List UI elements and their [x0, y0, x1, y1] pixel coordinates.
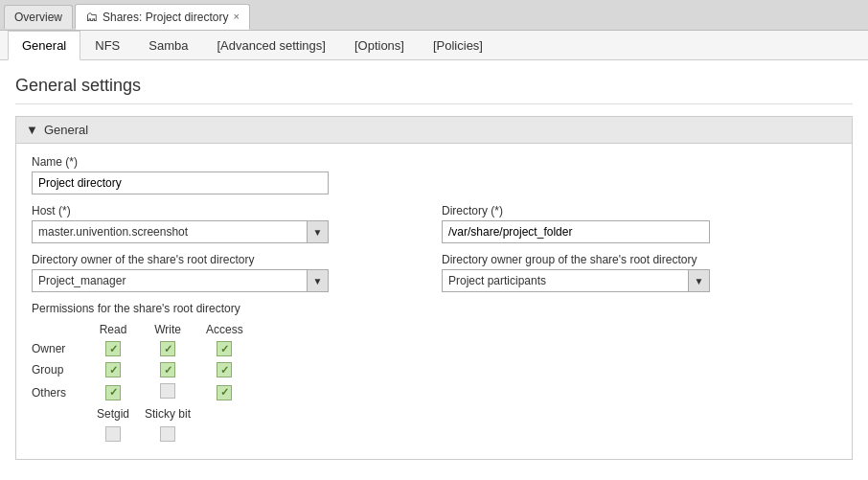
tab-samba[interactable]: Samba — [134, 31, 202, 60]
setgid-label: Setgid — [89, 404, 137, 423]
dir-owner-group-label: Directory owner group of the share's roo… — [442, 253, 836, 266]
general-section: ▼ General Name (*) Host (*) master.unive… — [15, 116, 853, 460]
name-row: Name (*) — [32, 155, 836, 194]
perm-row-owner: Owner — [32, 338, 251, 359]
name-label: Name (*) — [32, 155, 836, 169]
directory-input[interactable] — [442, 220, 710, 243]
perm-row-group: Group — [32, 359, 251, 380]
tab-general[interactable]: General — [8, 31, 80, 60]
tab-nfs[interactable]: NFS — [80, 31, 134, 60]
others-access-checkbox[interactable] — [217, 385, 232, 400]
col-read: Read — [89, 321, 137, 338]
dir-owner-field-group: Directory owner of the share's root dire… — [32, 253, 426, 292]
group-access-checkbox[interactable] — [217, 362, 232, 377]
owner-label: Owner — [32, 338, 89, 359]
host-label: Host (*) — [32, 204, 426, 217]
name-input[interactable] — [32, 171, 329, 194]
dir-owner-group-select-wrapper: Project participants ▼ — [442, 269, 710, 292]
tab-bar: Overview 🗂 Shares: Project directory × — [0, 0, 868, 31]
col-access: Access — [198, 321, 251, 338]
tab-shares-label: Shares: Project directory — [103, 11, 228, 24]
sticky-label: Sticky bit — [137, 404, 198, 423]
dir-owner-value: Project_manager — [33, 270, 307, 291]
others-write-checkbox[interactable] — [160, 383, 175, 399]
shares-tab-icon: 🗂 — [85, 10, 98, 24]
page-title: General settings — [15, 76, 853, 104]
directory-label: Directory (*) — [442, 204, 836, 217]
permissions-label: Permissions for the share's root directo… — [32, 302, 836, 315]
group-read-checkbox[interactable] — [105, 362, 121, 377]
owner-read-checkbox[interactable] — [105, 341, 121, 356]
col-write: Write — [137, 321, 198, 338]
host-field-group: Host (*) master.univention.screenshot ▼ — [32, 204, 426, 243]
dir-owner-select-wrapper: Project_manager ▼ — [32, 269, 329, 292]
others-read-checkbox[interactable] — [105, 385, 121, 400]
section-label: General — [44, 123, 88, 137]
setgid-row: Setgid Sticky bit — [32, 404, 251, 423]
section-body: Name (*) Host (*) master.univention.scre… — [16, 144, 852, 459]
close-icon[interactable]: × — [233, 11, 239, 22]
page-content: General settings ▼ General Name (*) Host… — [0, 60, 868, 480]
host-dropdown-btn[interactable]: ▼ — [307, 221, 328, 242]
collapse-icon: ▼ — [26, 123, 38, 137]
dir-owner-dropdown-btn[interactable]: ▼ — [307, 270, 328, 291]
dir-owner-group-value: Project participants — [443, 270, 688, 291]
nav-tabs: General NFS Samba [Advanced settings] [O… — [0, 31, 868, 60]
dir-owner-label: Directory owner of the share's root dire… — [32, 253, 426, 266]
host-directory-row: Host (*) master.univention.screenshot ▼ … — [32, 204, 836, 243]
permissions-section: Permissions for the share's root directo… — [32, 302, 836, 447]
sticky-checkbox[interactable] — [160, 426, 175, 442]
tab-policies[interactable]: [Policies] — [419, 31, 497, 60]
dir-owner-group-field-group: Directory owner group of the share's roo… — [442, 253, 836, 292]
directory-field-group: Directory (*) — [442, 204, 836, 243]
owner-access-checkbox[interactable] — [217, 341, 232, 356]
setgid-checkbox[interactable] — [105, 426, 121, 442]
section-header[interactable]: ▼ General — [16, 117, 852, 144]
tab-overview-label: Overview — [14, 11, 62, 24]
dir-owner-group-dropdown-btn[interactable]: ▼ — [688, 270, 709, 291]
tab-shares[interactable]: 🗂 Shares: Project directory × — [75, 4, 250, 30]
owner-write-checkbox[interactable] — [160, 341, 175, 356]
owner-row: Directory owner of the share's root dire… — [32, 253, 836, 292]
others-label: Others — [32, 380, 89, 404]
name-field-group: Name (*) — [32, 155, 836, 194]
setgid-checkbox-row — [32, 423, 251, 447]
group-label: Group — [32, 359, 89, 380]
col-empty — [32, 321, 89, 338]
tab-options[interactable]: [Options] — [340, 31, 419, 60]
tab-overview[interactable]: Overview — [4, 5, 73, 29]
group-write-checkbox[interactable] — [160, 362, 175, 377]
tab-advanced[interactable]: [Advanced settings] — [202, 31, 339, 60]
permissions-table: Read Write Access Owner — [32, 321, 251, 447]
host-select-wrapper: master.univention.screenshot ▼ — [32, 220, 329, 243]
host-value: master.univention.screenshot — [33, 221, 307, 242]
perm-row-others: Others — [32, 380, 251, 404]
